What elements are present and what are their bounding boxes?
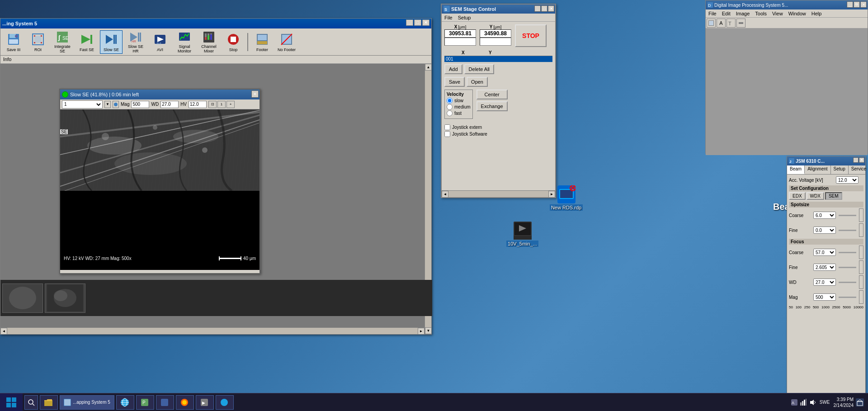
slow-se-hr-button[interactable]: HR Slow SE HR (124, 30, 147, 54)
tab-service[interactable]: Service (849, 165, 868, 174)
taskbar-explorer[interactable] (40, 395, 58, 410)
taskbar-item-6[interactable]: ▶ (196, 395, 214, 410)
save-button[interactable]: Save (444, 77, 465, 87)
stage-menu-file[interactable]: File (443, 15, 453, 20)
mag-slider[interactable] (839, 297, 856, 298)
spotsize-fine-slider[interactable] (839, 230, 856, 231)
jsm-close-button[interactable]: ✕ (859, 157, 864, 163)
focus-coarse-dropdown[interactable]: 57.0 (813, 249, 836, 256)
scroll-right-button[interactable]: ► (418, 328, 425, 334)
tab-beam[interactable]: Beam (787, 165, 805, 174)
new-rds-icon[interactable]: New RDS.rdp (549, 185, 583, 211)
scroll-left-button[interactable]: ◄ (0, 328, 7, 334)
taskbar-item-5[interactable] (176, 395, 194, 410)
x-input[interactable] (444, 38, 476, 46)
start-button[interactable] (0, 393, 23, 411)
footer-button[interactable]: Footer (251, 30, 274, 54)
spotsize-fine-dropdown[interactable]: 0.0 (813, 227, 836, 234)
center-button[interactable]: Center (476, 90, 508, 99)
slow-se-button[interactable]: Slow SE (100, 30, 123, 54)
wd-handle[interactable] (859, 275, 863, 289)
spotsize-coarse-slider[interactable] (839, 215, 856, 216)
delete-all-button[interactable]: Delete All (464, 64, 494, 74)
wdx-button[interactable]: WDX (807, 192, 824, 200)
sem-button[interactable]: SEM (825, 192, 842, 200)
taskbar-sem-window[interactable]: ...apping System 5 (60, 395, 114, 410)
scroll-up-button[interactable]: ▲ (425, 64, 431, 71)
y-input[interactable] (480, 38, 511, 46)
focus-fine-handle[interactable] (859, 260, 863, 274)
channel-mixer-button[interactable]: Channel Mixer (198, 30, 220, 54)
main-hscrollbar[interactable]: ◄ ► (0, 327, 425, 334)
signal-monitor-button[interactable]: Signal Monitor (173, 30, 196, 54)
joystick-extern-checkbox[interactable] (444, 124, 450, 130)
dip-toolbar-btn-2[interactable]: A (717, 19, 726, 28)
scan-dropdown-arrow[interactable]: ▼ (104, 101, 111, 108)
dip-minimize-button[interactable]: _ (847, 1, 853, 8)
joystick-software-checkbox[interactable] (444, 131, 450, 137)
maximize-button[interactable]: □ (414, 19, 421, 26)
mag-jsm-dropdown[interactable]: 50 100 250 500 1000 2500 5000 10000 (813, 293, 836, 301)
dip-menu-edit[interactable]: Edit (720, 11, 732, 16)
integrate-se-button[interactable]: ∫ SE Integrate SE (51, 30, 74, 54)
focus-coarse-slider[interactable] (839, 252, 856, 253)
add-button[interactable]: Add (444, 64, 462, 74)
save-iii-button[interactable]: Save III (2, 30, 25, 54)
scan-close-button[interactable]: ✕ (251, 90, 259, 98)
scroll-down-button[interactable]: ▼ (425, 327, 431, 334)
open-button[interactable]: Open (467, 77, 488, 87)
video-icon-desktop[interactable]: 10V_5min_... (505, 222, 539, 247)
velocity-fast-radio[interactable] (447, 110, 453, 116)
mag-input[interactable] (131, 101, 149, 108)
stage-maximize-button[interactable]: □ (541, 5, 547, 12)
tab-alignment[interactable]: Alignment (805, 165, 830, 174)
zoom-in-button[interactable]: + (226, 101, 235, 108)
stage-minimize-button[interactable]: _ (534, 5, 541, 12)
stage-close-button[interactable]: ✕ (548, 5, 554, 12)
dip-toolbar-btn-1[interactable] (707, 19, 716, 28)
mag-handle[interactable] (859, 290, 863, 304)
scan-icon-btn[interactable] (113, 101, 119, 108)
no-footer-button[interactable]: No Footer (275, 30, 298, 54)
tray-notification-icon[interactable] (855, 398, 864, 407)
dip-menu-window[interactable]: Window (787, 11, 808, 16)
table-row[interactable]: 001 (444, 56, 552, 62)
jsm-minimize-button[interactable]: _ (853, 157, 859, 163)
scan-channel-dropdown[interactable]: 1 (62, 100, 103, 109)
tab-setup[interactable]: Setup (831, 165, 849, 174)
wd-slider[interactable] (839, 282, 856, 283)
velocity-slow-radio[interactable] (447, 98, 453, 104)
roi-button[interactable]: ROI (27, 30, 49, 54)
avi-button[interactable]: AVI AVI (149, 30, 171, 54)
filmstrip-thumb-2[interactable] (45, 283, 85, 313)
velocity-medium-radio[interactable] (447, 104, 453, 110)
stage-menu-setup[interactable]: Setup (457, 15, 472, 20)
stop-toolbar-button[interactable]: Stop (222, 30, 245, 54)
edx-button[interactable]: EDX (789, 192, 806, 200)
focus-fine-slider[interactable] (839, 267, 856, 268)
dip-toolbar-btn-4[interactable] (736, 19, 745, 28)
wd-input[interactable] (160, 101, 179, 108)
acc-voltage-dropdown[interactable]: 12.0 (836, 176, 859, 184)
taskbar-item-7[interactable] (216, 395, 234, 410)
hv-input[interactable] (189, 101, 207, 108)
spotsize-coarse-dropdown[interactable]: 6.0 (813, 212, 836, 219)
wd-jsm-dropdown[interactable]: 27.0 (813, 279, 836, 286)
fast-se-button[interactable]: Fast SE (75, 30, 98, 54)
zoom-1-button[interactable]: 1 (217, 101, 226, 108)
spotsize-coarse-slider-handle[interactable] (859, 208, 863, 222)
taskbar-ie[interactable] (116, 395, 134, 410)
dip-menu-help[interactable]: Help (810, 11, 824, 16)
exchange-button[interactable]: Exchange (476, 101, 508, 111)
minimize-button[interactable]: _ (406, 19, 413, 26)
dip-menu-view[interactable]: View (770, 11, 785, 16)
taskbar-search[interactable] (24, 395, 38, 410)
focus-coarse-handle[interactable] (859, 246, 863, 259)
dip-toolbar-btn-3[interactable]: T (726, 19, 736, 28)
dip-restore-button[interactable]: ⧉ (854, 1, 860, 8)
close-button[interactable]: ✕ (422, 19, 429, 26)
taskbar-item-3[interactable]: P (136, 395, 154, 410)
dip-close-button[interactable]: ✕ (860, 1, 867, 8)
focus-fine-dropdown[interactable]: 2.605 0 (813, 264, 836, 271)
filmstrip-thumb-1[interactable] (2, 283, 43, 313)
